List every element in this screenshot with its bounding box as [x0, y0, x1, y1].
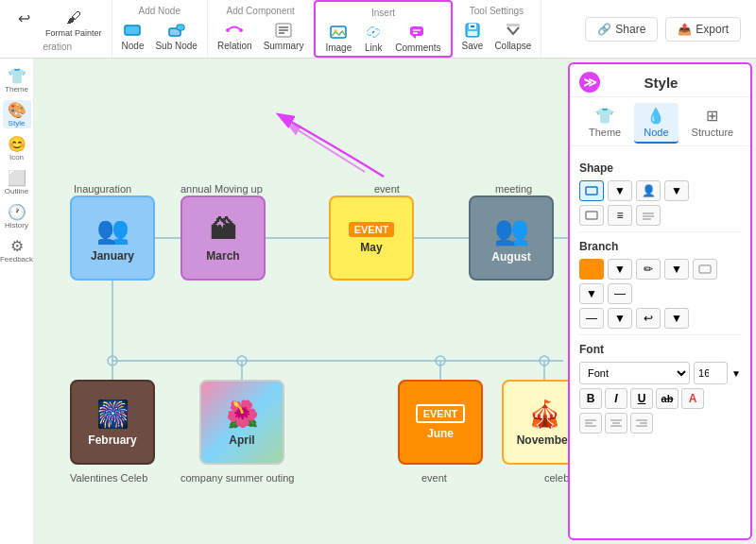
group-label-insert: Insert [371, 8, 395, 18]
canvas[interactable]: 👥 January 🏔 March EVENT May 👥 August 🎆 F… [34, 59, 568, 544]
tab-structure-icon: ⊞ [706, 107, 718, 125]
sidebar-item-style[interactable]: 🎨 Style [3, 100, 31, 128]
image-icon [328, 22, 349, 42]
shape-btn-dropdown2[interactable]: ▼ [664, 180, 689, 201]
tab-structure[interactable]: ⊞ Structure [682, 103, 744, 144]
align-right-button[interactable] [630, 413, 653, 434]
node-may[interactable]: EVENT May [329, 196, 414, 280]
shape-section-title: Shape [579, 162, 741, 175]
font-family-select[interactable]: Font [579, 362, 690, 384]
branch-dropdown3[interactable]: ▼ [579, 283, 604, 304]
august-label: August [491, 250, 530, 264]
node-november[interactable]: 🎪 November [502, 380, 568, 465]
save-button[interactable]: Save [458, 18, 488, 53]
export-icon: 📤 [678, 23, 692, 36]
sidebar-item-history[interactable]: 🕐 History [3, 202, 31, 230]
node-june[interactable]: EVENT June [398, 380, 483, 465]
image-button[interactable]: Image [321, 20, 355, 55]
strikethrough-button[interactable]: ab [656, 388, 679, 409]
right-panel: ≫ Style 👕 Theme 💧 Node ⊞ Structure Shape [568, 62, 752, 540]
main-area: 👕 Theme 🎨 Style 😊 Icon ⬜ Outline 🕐 Histo… [0, 59, 756, 544]
font-size-dropdown[interactable]: ▼ [731, 368, 741, 379]
comments-button[interactable]: Comments [391, 20, 444, 55]
node-january[interactable]: 👥 January [70, 196, 155, 280]
link-button[interactable]: Link [359, 20, 387, 55]
link-icon [363, 22, 384, 42]
collapse-button[interactable]: Collapse [490, 18, 535, 53]
style-label: Style [9, 119, 26, 128]
branch-curve-btn[interactable]: ↩ [636, 308, 661, 329]
sub-node-icon [166, 20, 187, 41]
node-button[interactable]: Node [118, 18, 148, 53]
branch-dropdown5[interactable]: ▼ [664, 308, 689, 329]
svg-rect-42 [586, 212, 597, 219]
format-painter-button[interactable]: 🖌 Format Painter [42, 6, 106, 40]
shape-btn-border[interactable] [579, 205, 604, 226]
panel-tabs: 👕 Theme 💧 Node ⊞ Structure [570, 97, 750, 146]
sidebar-item-outline[interactable]: ⬜ Outline [3, 168, 31, 196]
branch-dash-btn[interactable]: — [608, 283, 632, 304]
group-label-tool-settings: Tool Settings [470, 6, 524, 16]
save-label: Save [462, 41, 484, 51]
sidebar-item-theme[interactable]: 👕 Theme [3, 66, 31, 94]
divider-1 [579, 231, 741, 232]
june-label: June [427, 427, 454, 440]
sidebar-item-feedback[interactable]: ⚙ Feedback [3, 236, 31, 264]
align-center-button[interactable] [605, 413, 627, 434]
branch-line-btn[interactable]: — [579, 308, 604, 329]
shape-btn-lines1[interactable]: ≡ [608, 205, 632, 226]
svg-rect-19 [468, 31, 477, 36]
align-left-button[interactable] [579, 413, 602, 434]
svg-point-3 [226, 28, 230, 32]
branch-rect-btn[interactable] [693, 259, 717, 280]
sidebar-item-icon[interactable]: 😊 Icon [3, 134, 31, 162]
tab-theme[interactable]: 👕 Theme [579, 103, 630, 144]
canvas-connections [34, 59, 568, 544]
tab-theme-label: Theme [589, 127, 621, 138]
underline-button[interactable]: U [630, 388, 653, 409]
branch-color-btn[interactable] [579, 259, 604, 280]
february-icon: 🎆 [96, 399, 129, 430]
font-section-title: Font [579, 343, 741, 356]
shape-btn-person[interactable]: 👤 [636, 180, 661, 201]
shape-btn-dropdown1[interactable]: ▼ [608, 180, 632, 201]
group-label-add-node: Add Node [138, 6, 180, 16]
font-color-button[interactable]: A [681, 388, 704, 409]
font-size-input[interactable] [694, 362, 728, 384]
summary-button[interactable]: Summary [260, 18, 308, 53]
november-label: November [517, 434, 568, 447]
svg-rect-18 [471, 26, 474, 27]
undo-button[interactable]: ↩ [9, 6, 38, 40]
icon-icon: 😊 [8, 135, 26, 153]
feedback-label: Feedback [0, 255, 33, 264]
export-button[interactable]: 📤 Export [665, 17, 741, 42]
branch-pen-btn[interactable]: ✏ [636, 259, 661, 280]
january-label: January [91, 249, 134, 263]
shape-btn-lines2[interactable] [636, 205, 661, 226]
relation-button[interactable]: Relation [214, 18, 256, 53]
share-button[interactable]: 🔗 Share [585, 17, 658, 42]
toolbar: ↩ 🖌 Format Painter eration Add Node Node [0, 0, 756, 59]
svg-point-39 [540, 356, 549, 366]
collapse-icon [503, 20, 524, 41]
panel-body: Shape ▼ 👤 ▼ ≡ Branch [570, 146, 750, 538]
branch-dropdown1[interactable]: ▼ [608, 259, 632, 280]
branch-dropdown2[interactable]: ▼ [664, 259, 689, 280]
font-format-row: B I U ab A [579, 388, 741, 409]
node-august[interactable]: 👥 August [469, 196, 554, 280]
node-february[interactable]: 🎆 February [70, 380, 155, 465]
shape-btn-rect[interactable] [579, 180, 604, 201]
italic-button[interactable]: I [605, 388, 627, 409]
march-icon: 🏔 [210, 214, 236, 246]
outline-icon: ⬜ [8, 169, 26, 187]
tab-node[interactable]: 💧 Node [634, 103, 678, 144]
node-icon [122, 20, 143, 41]
branch-dropdown4[interactable]: ▼ [608, 308, 632, 329]
font-dropdown-row: Font ▼ [579, 362, 741, 384]
node-march[interactable]: 🏔 March [180, 196, 266, 280]
node-april[interactable]: 🌺 April [199, 380, 284, 465]
toolbar-group-add-node: Add Node Node Sub Node [112, 0, 208, 58]
sub-node-button[interactable]: Sub Node [151, 18, 200, 53]
panel-collapse-button[interactable]: ≫ [579, 72, 600, 93]
bold-button[interactable]: B [579, 388, 602, 409]
